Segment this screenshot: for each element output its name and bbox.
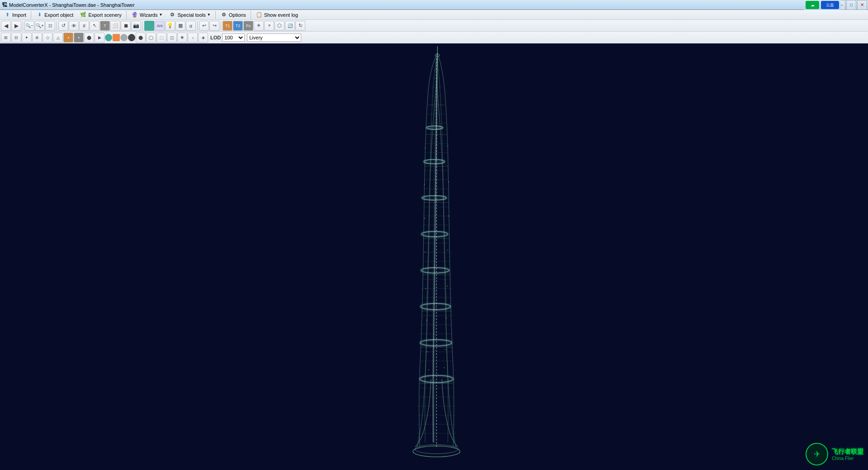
grid-button[interactable]: # bbox=[79, 21, 89, 31]
view-mode-1[interactable]: ⊞ bbox=[1, 33, 11, 43]
green-circle-btn[interactable] bbox=[105, 34, 112, 41]
green-btn[interactable] bbox=[144, 21, 154, 31]
titlebar-left: 🏗 ModelConverterX - ShanghaiTower.dae - … bbox=[0, 2, 135, 8]
menu-export-scenery-label: Export scenery bbox=[88, 12, 121, 18]
import-icon: ⬆ bbox=[4, 11, 11, 19]
arrow-btn1[interactable]: ⬤ bbox=[136, 33, 146, 43]
menu-item-wizards[interactable]: 🔮 Wizards ▼ bbox=[128, 10, 166, 19]
svg-point-59 bbox=[425, 288, 426, 289]
solid-button[interactable]: ◼ bbox=[121, 21, 131, 31]
special-tools-icon: ⚙ bbox=[169, 11, 176, 19]
wire-btn[interactable]: ⬚ bbox=[157, 33, 166, 43]
forward-button[interactable]: ▶ bbox=[11, 21, 21, 31]
tb-sep-3 bbox=[142, 21, 143, 30]
menu-item-export-scenery[interactable]: 🌿 Export scenery bbox=[77, 10, 124, 19]
select-button[interactable]: ↖ bbox=[90, 21, 100, 31]
zoom-fit-button[interactable]: ⊡ bbox=[45, 21, 55, 31]
orange-sq-btn[interactable] bbox=[113, 34, 120, 41]
menu-special-tools-label: Special tools bbox=[177, 12, 205, 18]
cloud-pan-button[interactable]: 云盘 bbox=[821, 1, 839, 9]
titlebar-title: ModelConverterX - ShanghaiTower.dae - Sh… bbox=[9, 2, 135, 8]
zoom-out-button[interactable]: 🔍− bbox=[24, 21, 34, 31]
extra2-btn[interactable]: 🔄 bbox=[285, 21, 295, 31]
menu-import-label: Import bbox=[12, 12, 26, 18]
poly-btn[interactable]: △ bbox=[53, 33, 63, 43]
menu-sep-4 bbox=[251, 11, 251, 19]
livery-select[interactable]: Livery bbox=[247, 34, 301, 42]
dark-circle-btn[interactable] bbox=[128, 34, 135, 41]
redo-button[interactable]: ↪ bbox=[209, 21, 219, 31]
maximize-button[interactable]: □ bbox=[846, 0, 856, 10]
svg-point-0 bbox=[413, 446, 460, 457]
svg-point-54 bbox=[444, 367, 445, 368]
anim-play-btn[interactable]: ▶ bbox=[95, 33, 104, 43]
extra3-btn[interactable]: ↻ bbox=[295, 21, 305, 31]
watermark-cn-label: 飞行者联盟 bbox=[832, 448, 863, 456]
extra-btn1[interactable]: ❋ bbox=[177, 33, 187, 43]
topright-icons: ☁ 云盘 bbox=[804, 0, 841, 10]
tb-sep-4 bbox=[197, 21, 198, 30]
mat-btn[interactable]: ◫ bbox=[167, 33, 177, 43]
sun-btn[interactable]: ☀ bbox=[254, 21, 264, 31]
menubar: ⬆ Import ⬇ Export object 🌿 Export scener… bbox=[0, 10, 868, 20]
cloud-icon-button[interactable]: ☁ bbox=[806, 1, 819, 9]
fx-btn[interactable]: ⬤ bbox=[84, 33, 94, 43]
extra1-btn[interactable]: ⬡ bbox=[275, 21, 285, 31]
app-icon: 🏗 bbox=[2, 2, 7, 8]
special-tools-arrow-icon: ▼ bbox=[207, 13, 211, 17]
watermark-plane-icon: ✈ bbox=[814, 449, 821, 459]
tex-show-btn[interactable]: ▪ bbox=[63, 33, 73, 43]
close-button[interactable]: ✕ bbox=[857, 0, 867, 10]
event-log-icon: 📋 bbox=[256, 11, 263, 19]
anim-button[interactable]: Ani bbox=[155, 21, 165, 31]
view-mode-4[interactable]: ⊕ bbox=[32, 33, 42, 43]
undo-button[interactable]: ↩ bbox=[199, 21, 209, 31]
toolbar1: ◀ ▶ 🔍− 🔍+ ⊡ ↺ 👁 # ↖ T ⬜ ◼ 📷 Ani 💡 ▦ α ↩ … bbox=[0, 20, 868, 32]
texture-button[interactable]: T bbox=[100, 21, 110, 31]
frame-button[interactable]: ⬜ bbox=[110, 21, 120, 31]
sphere-btn[interactable]: ⚬ bbox=[264, 21, 274, 31]
livery-group: Livery bbox=[247, 34, 301, 42]
view-mode-3[interactable]: ✦ bbox=[22, 33, 32, 43]
watermark: ✈ 飞行者联盟 China Flier bbox=[806, 443, 863, 465]
shape-btn[interactable]: ◇ bbox=[43, 33, 52, 43]
light-btn[interactable]: 💡 bbox=[165, 21, 175, 31]
zoom-in-button[interactable]: 🔍+ bbox=[35, 21, 45, 31]
rotate-ccw-button[interactable]: ↺ bbox=[58, 21, 68, 31]
menu-item-options[interactable]: ⚙ Options bbox=[218, 10, 249, 19]
lod-group: LOD 100 75 50 25 10 bbox=[210, 34, 245, 42]
viewport[interactable]: ✈ 飞行者联盟 China Flier bbox=[0, 43, 868, 470]
camera-button[interactable]: 📷 bbox=[131, 21, 141, 31]
menu-item-special-tools[interactable]: ⚙ Special tools ▼ bbox=[166, 10, 213, 19]
gray-circle-btn[interactable] bbox=[120, 34, 128, 41]
arrow-btn2[interactable]: ◯ bbox=[146, 33, 156, 43]
svg-point-8 bbox=[424, 159, 445, 164]
watermark-en-label: China Flier bbox=[832, 456, 854, 461]
svg-point-60 bbox=[447, 286, 448, 287]
extra-btn2[interactable]: ⬨ bbox=[188, 33, 198, 43]
titlebar: 🏗 ModelConverterX - ShanghaiTower.dae - … bbox=[0, 0, 868, 10]
svg-point-3 bbox=[420, 340, 452, 346]
menu-item-show-event-log[interactable]: 📋 Show event log bbox=[253, 10, 301, 19]
tex3-btn[interactable]: Fx bbox=[243, 21, 253, 31]
view-button[interactable]: 👁 bbox=[69, 21, 79, 31]
svg-point-62 bbox=[447, 249, 448, 250]
tex1-btn[interactable]: T1 bbox=[223, 21, 232, 31]
menu-item-import[interactable]: ⬆ Import bbox=[1, 10, 29, 19]
menu-item-export-object[interactable]: ⬇ Export object bbox=[33, 10, 76, 19]
menu-sep-3 bbox=[215, 11, 216, 19]
svg-point-56 bbox=[445, 349, 446, 350]
menu-options-label: Options bbox=[229, 12, 246, 18]
lod-select[interactable]: 100 75 50 25 10 bbox=[222, 34, 245, 42]
tex2-btn[interactable]: T2 bbox=[233, 21, 243, 31]
tex-show2-btn[interactable]: ▪ bbox=[74, 33, 84, 43]
ground-btn[interactable]: ▦ bbox=[175, 21, 185, 31]
view-mode-2[interactable]: ⊟ bbox=[11, 33, 21, 43]
extra-btn3[interactable]: ◈ bbox=[198, 33, 208, 43]
options-icon: ⚙ bbox=[220, 11, 228, 19]
svg-point-65 bbox=[424, 184, 425, 185]
svg-point-55 bbox=[427, 351, 428, 352]
back-button[interactable]: ◀ bbox=[1, 21, 11, 31]
alpha-btn[interactable]: α bbox=[186, 21, 196, 31]
svg-point-63 bbox=[424, 218, 425, 219]
